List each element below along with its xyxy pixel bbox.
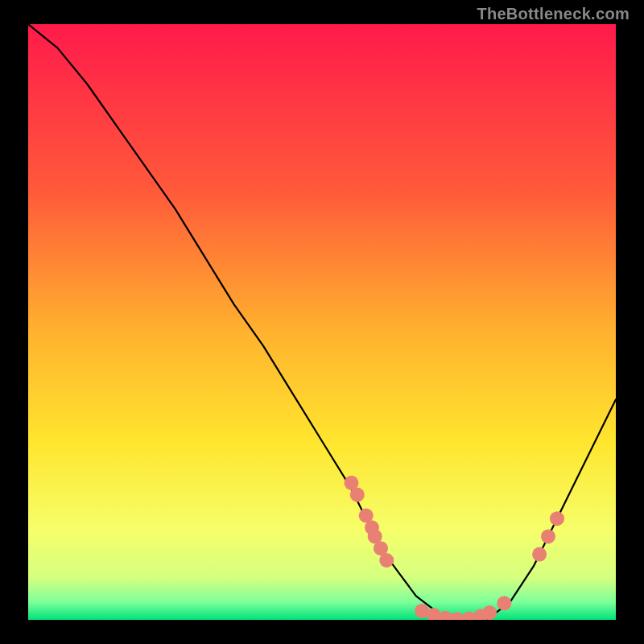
data-marker bbox=[550, 511, 564, 526]
data-marker bbox=[379, 553, 394, 568]
plot-area bbox=[28, 24, 616, 620]
data-marker bbox=[532, 547, 547, 562]
chart-svg bbox=[28, 24, 616, 620]
chart-frame: TheBottleneck.com bbox=[0, 0, 644, 644]
data-marker bbox=[541, 529, 555, 543]
data-marker bbox=[350, 488, 365, 502]
data-marker bbox=[497, 596, 511, 610]
data-marker bbox=[482, 605, 497, 620]
gradient-background bbox=[28, 24, 616, 620]
watermark-text: TheBottleneck.com bbox=[477, 5, 630, 23]
